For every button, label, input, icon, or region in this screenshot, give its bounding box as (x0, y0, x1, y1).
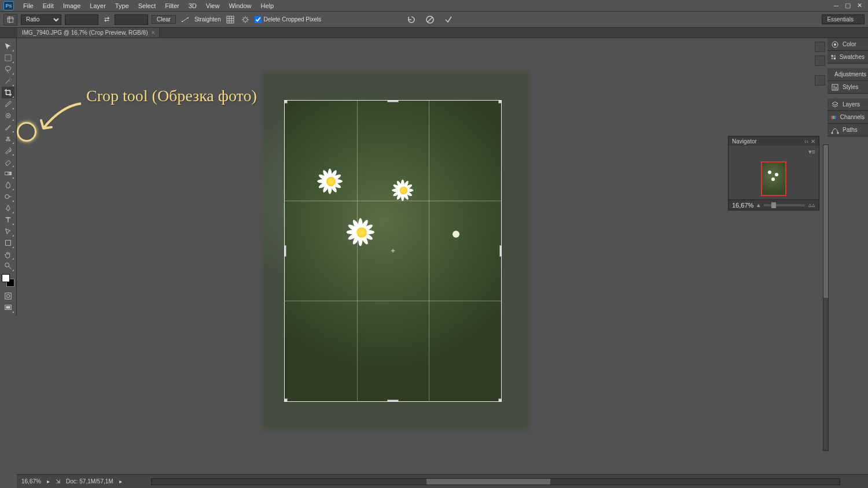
status-doc-info[interactable]: Doc: 57,1M/57,1M (66, 478, 113, 485)
crop-tool[interactable] (2, 87, 14, 98)
zoom-tool[interactable] (2, 260, 14, 272)
crop-handle-w[interactable] (284, 245, 286, 257)
workspace-switcher[interactable]: Essentials (822, 14, 865, 24)
menu-filter[interactable]: Filter (160, 1, 183, 10)
dock-icon[interactable] (815, 42, 825, 52)
svg-rect-26 (832, 55, 833, 57)
swap-dimensions-icon[interactable]: ⇄ (102, 15, 111, 24)
menu-file[interactable]: File (19, 1, 38, 10)
panel-scrollbar[interactable] (823, 145, 829, 451)
zoom-in-icon[interactable]: ▵▵ (808, 201, 815, 209)
crop-handle-s[interactable] (387, 400, 399, 402)
magic-wand-tool[interactable] (2, 75, 14, 87)
clear-button[interactable]: Clear (152, 15, 176, 24)
type-tool[interactable] (2, 214, 14, 225)
crop-handle-nw[interactable] (284, 100, 288, 103)
menu-view[interactable]: View (201, 1, 225, 10)
navigator-titlebar[interactable]: Navigator ‹‹ ✕ (729, 136, 819, 146)
dodge-tool[interactable] (2, 191, 14, 202)
scrollbar-thumb[interactable] (426, 479, 550, 485)
status-chevron-icon[interactable]: ▸ (119, 478, 122, 485)
document-tab-close-icon[interactable]: × (151, 29, 155, 36)
panel-swatches[interactable]: Swatches (827, 51, 868, 64)
brush-tool[interactable] (2, 121, 14, 133)
panel-layers[interactable]: Layers (827, 98, 868, 111)
menu-select[interactable]: Select (134, 1, 161, 10)
panel-adjustments[interactable]: Adjustments (827, 68, 868, 81)
navigator-thumbnail[interactable] (761, 161, 786, 196)
panel-channels-label: Channels (840, 114, 865, 120)
hand-tool[interactable] (2, 249, 14, 260)
shape-tool[interactable] (2, 237, 14, 249)
panel-channels[interactable]: Channels (827, 111, 868, 124)
window-minimize-icon[interactable]: ─ (831, 2, 841, 10)
panel-paths[interactable]: Paths (827, 124, 868, 136)
document-tab[interactable]: IMG_7940.JPG @ 16,7% (Crop Preview, RGB/… (17, 28, 160, 38)
quick-mask-toggle[interactable] (2, 290, 14, 302)
crop-handle-ne[interactable] (498, 100, 502, 103)
crop-handle-e[interactable] (499, 245, 502, 257)
color-swatches[interactable] (2, 274, 14, 287)
navigator-panel[interactable]: Navigator ‹‹ ✕ ▾≡ 16,67% ▴ ▵▵ (728, 136, 819, 210)
scrollbar-thumb[interactable] (823, 145, 828, 298)
menu-image[interactable]: Image (58, 1, 86, 10)
horizontal-scrollbar[interactable] (151, 478, 840, 485)
status-icon[interactable]: ▸ (47, 478, 50, 485)
crop-height-input[interactable] (115, 14, 148, 25)
screen-mode-toggle[interactable] (2, 302, 14, 313)
crop-box[interactable]: ✦ (284, 100, 502, 402)
navigator-collapse-icon[interactable]: ‹‹ (804, 138, 808, 145)
panel-paths-label: Paths (843, 127, 858, 133)
crop-handle-sw[interactable] (284, 398, 288, 402)
zoom-out-icon[interactable]: ▴ (757, 201, 760, 209)
status-zoom[interactable]: 16,67% (21, 478, 41, 485)
clone-stamp-tool[interactable] (2, 133, 14, 145)
history-brush-tool[interactable] (2, 145, 14, 156)
straighten-icon[interactable] (179, 14, 191, 25)
menu-layer[interactable]: Layer (85, 1, 111, 10)
navigator-menu-icon[interactable]: ▾≡ (808, 148, 815, 155)
zoom-slider-thumb[interactable] (771, 202, 776, 208)
panel-color[interactable]: Color (827, 38, 868, 51)
menu-help[interactable]: Help (256, 1, 279, 10)
delete-cropped-checkbox[interactable]: Delete Cropped Pixels (255, 16, 322, 23)
crop-ratio-select[interactable]: Ratio (21, 14, 61, 25)
canvas-area[interactable]: ✦ Crop tool (Обрезка фото) (17, 38, 868, 474)
menu-type[interactable]: Type (111, 1, 134, 10)
move-tool[interactable] (2, 40, 14, 52)
blur-tool[interactable] (2, 179, 14, 191)
crop-handle-se[interactable] (498, 398, 502, 402)
dock-icon[interactable] (815, 56, 825, 66)
commit-crop-icon[interactable] (443, 14, 454, 25)
annotation-arrow-icon (38, 101, 84, 135)
status-icon[interactable]: ⇲ (56, 478, 60, 485)
healing-brush-tool[interactable] (2, 110, 14, 121)
dock-icon[interactable] (815, 75, 825, 86)
path-select-tool[interactable] (2, 225, 14, 237)
gradient-tool[interactable] (2, 168, 14, 179)
navigator-close-icon[interactable]: ✕ (811, 138, 815, 145)
delete-cropped-input[interactable] (255, 16, 262, 23)
crop-width-input[interactable] (65, 14, 98, 25)
pen-tool[interactable] (2, 202, 14, 214)
cancel-crop-icon[interactable] (424, 14, 436, 25)
reset-crop-icon[interactable] (406, 14, 417, 25)
zoom-slider-track[interactable] (764, 204, 805, 206)
menu-edit[interactable]: Edit (38, 1, 58, 10)
window-close-icon[interactable]: ✕ (854, 2, 865, 10)
lasso-tool[interactable] (2, 64, 14, 75)
overlay-options-icon[interactable] (225, 14, 236, 25)
eraser-tool[interactable] (2, 156, 14, 168)
flower-bud (453, 231, 459, 238)
panel-styles[interactable]: fx Styles (827, 81, 868, 94)
menu-3d[interactable]: 3D (184, 1, 201, 10)
window-maximize-icon[interactable]: ▢ (843, 2, 853, 10)
crop-handle-n[interactable] (387, 100, 399, 102)
svg-point-4 (187, 17, 189, 19)
menu-window[interactable]: Window (224, 1, 256, 10)
marquee-tool[interactable] (2, 52, 14, 64)
tool-preset-picker[interactable] (3, 14, 17, 25)
eyedropper-tool[interactable] (2, 98, 14, 110)
foreground-color-swatch[interactable] (2, 274, 10, 282)
crop-options-gear-icon[interactable] (240, 14, 251, 25)
